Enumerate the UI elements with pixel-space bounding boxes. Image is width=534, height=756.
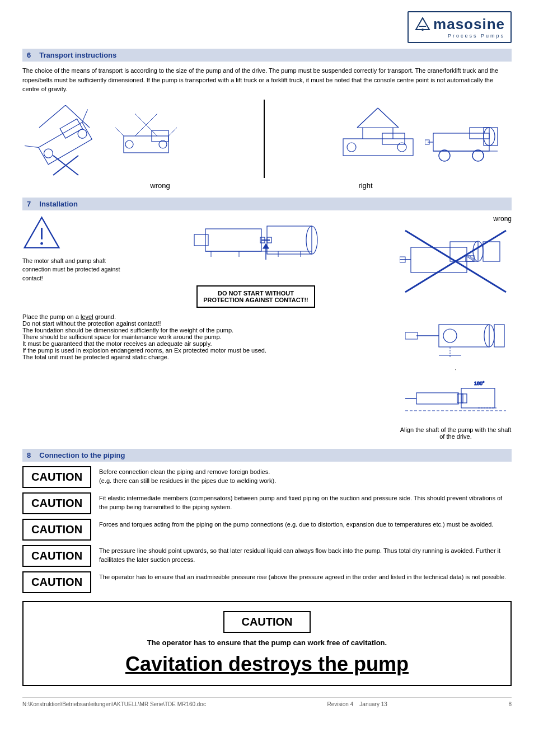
caution-row-5: CAUTION The operator has to ensure that … xyxy=(22,571,512,593)
svg-line-16 xyxy=(168,128,177,136)
section6-body: The choice of the means of transport is … xyxy=(22,66,512,94)
caution-box-1: CAUTION xyxy=(22,466,91,488)
svg-line-22 xyxy=(378,108,399,128)
svg-rect-81 xyxy=(461,394,467,403)
svg-line-6 xyxy=(78,109,92,122)
svg-marker-50 xyxy=(263,244,269,248)
caution-box-3: CAUTION xyxy=(22,519,91,541)
svg-rect-78 xyxy=(416,393,458,404)
svg-point-19 xyxy=(125,140,133,148)
svg-line-62 xyxy=(467,256,474,260)
installation-content: The motor shaft and pump shaft connectio… xyxy=(22,215,512,308)
bullet-6: If the pump is used in explosion endange… xyxy=(22,347,388,354)
caution-rows: CAUTION Before connection clean the pipi… xyxy=(22,466,512,593)
svg-point-41 xyxy=(40,242,43,245)
cavitation-main-text: The operator has to ensure that the pump… xyxy=(37,638,497,647)
caution-desc-4: The pressure line should point upwards, … xyxy=(99,545,512,565)
svg-line-5 xyxy=(25,140,39,153)
logo-subtitle: Process Pumps xyxy=(448,33,505,39)
big-caution-label: CAUTION xyxy=(241,616,292,628)
bullet-1: Place the pump on a level ground. xyxy=(22,313,388,320)
install-right: wrong xyxy=(388,215,512,308)
svg-point-2 xyxy=(421,29,424,31)
section7-header: 7 Installation xyxy=(22,198,512,210)
pump-wrong-illustration xyxy=(400,225,512,298)
label-wrong: wrong xyxy=(150,181,170,190)
wrong-illustrations xyxy=(22,105,194,178)
caution-desc-2: Fit elastic intermediate members (compen… xyxy=(99,492,512,512)
svg-point-28 xyxy=(347,143,356,152)
do-not-start-box: DO NOT START WITHOUTPROTECTION AGAINST C… xyxy=(196,285,315,308)
wrong-right-labels: wrong right xyxy=(22,181,512,190)
caution-box-2: CAUTION xyxy=(22,492,91,514)
footer-center: Revision 4 January 13 xyxy=(327,701,387,707)
pump-detail-illustration xyxy=(405,313,506,364)
svg-point-29 xyxy=(397,143,406,152)
install-bullets-left: Place the pump on a level ground. Do not… xyxy=(22,313,388,440)
svg-rect-68 xyxy=(439,325,489,347)
transport-wrong-1 xyxy=(22,105,109,178)
svg-rect-76 xyxy=(461,388,495,408)
divider-line xyxy=(264,100,265,178)
section7-number: 7 xyxy=(27,200,31,208)
svg-rect-70 xyxy=(494,325,504,347)
caution-desc-3: Forces and torques acting from the pipin… xyxy=(99,519,512,529)
transport-right-2 xyxy=(425,105,512,178)
caution-desc-1: Before connection clean the piping and r… xyxy=(99,466,512,486)
section7-title: Installation xyxy=(39,200,78,208)
svg-line-9 xyxy=(39,105,65,128)
caution-row-4: CAUTION The pressure line should point u… xyxy=(22,545,512,567)
caution-row-2: CAUTION Fit elastic intermediate members… xyxy=(22,492,512,514)
footer-left: N:\Konstruktion\Betriebsanleitungen\AKTU… xyxy=(22,701,206,707)
transport-illustrations xyxy=(22,100,512,178)
svg-line-21 xyxy=(357,108,378,128)
header: masosine Process Pumps xyxy=(22,11,512,43)
footer-page: 8 xyxy=(508,701,512,707)
svg-rect-24 xyxy=(343,139,413,156)
svg-point-71 xyxy=(443,329,457,342)
svg-rect-73 xyxy=(405,332,418,339)
svg-rect-3 xyxy=(39,122,92,164)
right-illustrations xyxy=(335,105,512,178)
svg-point-35 xyxy=(472,150,484,161)
bullet-3: The foundation should be dimensioned suf… xyxy=(22,327,388,334)
svg-marker-0 xyxy=(416,18,429,30)
install-left: The motor shaft and pump shaft connectio… xyxy=(22,215,123,308)
cavitation-big-text: Cavitation destroys the pump xyxy=(37,652,497,676)
bullet-4: There should be sufficient space for mai… xyxy=(22,334,388,340)
align-text: Align the shaft of the pump with the sha… xyxy=(400,426,512,440)
svg-rect-45 xyxy=(194,234,208,246)
logo-area: masosine Process Pumps xyxy=(407,11,512,43)
big-caution-container: CAUTION The operator has to ensure that … xyxy=(22,601,512,686)
svg-text:180°: 180° xyxy=(474,381,485,386)
page: masosine Process Pumps 6 Transport instr… xyxy=(0,0,534,756)
install-bullets-section: Place the pump on a level ground. Do not… xyxy=(22,313,512,440)
section8-number: 8 xyxy=(27,451,31,459)
svg-rect-44 xyxy=(205,229,261,251)
section6-title: Transport instructions xyxy=(39,51,116,59)
big-caution-inner-box: CAUTION xyxy=(223,611,310,633)
logo-icon xyxy=(414,16,431,33)
svg-line-15 xyxy=(115,128,124,136)
section8-title: Connection to the piping xyxy=(39,451,125,459)
svg-rect-33 xyxy=(484,128,498,145)
shaft-protection-text: The motor shaft and pump shaft connectio… xyxy=(22,257,123,283)
caution-box-4: CAUTION xyxy=(22,545,91,567)
logo-text: masosine xyxy=(433,16,505,33)
warning-triangle-icon xyxy=(22,215,62,251)
transport-right-1 xyxy=(335,105,421,178)
do-not-start-text: DO NOT START WITHOUTPROTECTION AGAINST C… xyxy=(203,290,308,303)
section6-number: 6 xyxy=(27,51,31,59)
section6-header: 6 Transport instructions xyxy=(22,49,512,62)
label-right: right xyxy=(358,181,372,190)
transport-wrong-2 xyxy=(113,105,194,178)
pump-coupling-illustration xyxy=(189,215,323,282)
install-bullets-right: · 180° xyxy=(400,313,512,440)
bullet-2: Do not start without the protection agai… xyxy=(22,320,388,327)
footer: N:\Konstruktion\Betriebsanleitungen\AKTU… xyxy=(22,697,512,707)
caution-desc-5: The operator has to ensure that an inadm… xyxy=(99,571,512,582)
install-wrong-label: wrong xyxy=(493,215,512,223)
install-center: DO NOT START WITHOUTPROTECTION AGAINST C… xyxy=(134,215,377,308)
shaft-align-illustration: 180° xyxy=(405,377,506,422)
svg-rect-42 xyxy=(267,226,312,254)
